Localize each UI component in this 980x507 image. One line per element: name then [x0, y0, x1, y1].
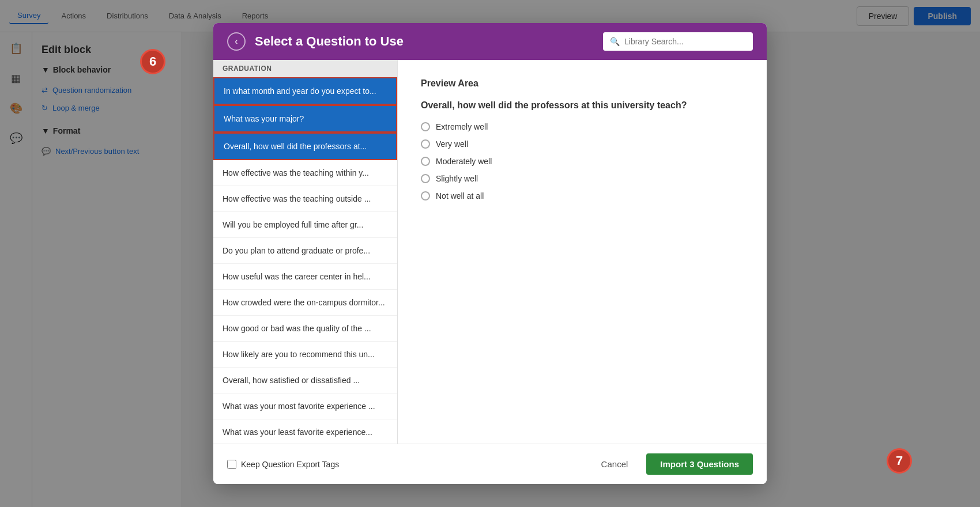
list-item[interactable]: What was your major?	[213, 105, 397, 133]
radio-icon-3	[421, 157, 430, 166]
select-question-modal: ‹ Select a Question to Use 🔍 graduation …	[213, 23, 767, 484]
search-icon: 🔍	[610, 37, 620, 46]
question-list: graduation In what month and year do you…	[213, 60, 398, 444]
list-item[interactable]: How crowded were the on-campus dormitor.…	[213, 290, 397, 316]
modal-header: ‹ Select a Question to Use 🔍	[213, 23, 767, 60]
preview-option-1: Extremely well	[421, 122, 744, 131]
radio-icon-4	[421, 174, 430, 183]
modal-body: graduation In what month and year do you…	[213, 60, 767, 444]
preview-option-2: Very well	[421, 139, 744, 149]
import-questions-button[interactable]: Import 3 Questions	[646, 453, 753, 475]
cancel-button[interactable]: Cancel	[590, 453, 640, 475]
radio-icon-2	[421, 139, 430, 149]
preview-option-5: Not well at all	[421, 191, 744, 200]
preview-option-3: Moderately well	[421, 157, 744, 166]
list-item[interactable]: How effective was the teaching outside .…	[213, 186, 397, 212]
list-item[interactable]: How useful was the career center in hel.…	[213, 264, 397, 290]
list-item[interactable]: Overall, how satisfied or dissatisfied .…	[213, 368, 397, 394]
list-group-header: graduation	[213, 60, 397, 77]
keep-tags-label: Keep Question Export Tags	[241, 460, 339, 469]
list-item[interactable]: What was your least favorite experience.…	[213, 419, 397, 444]
list-item[interactable]: How good or bad was the quality of the .…	[213, 316, 397, 342]
list-item[interactable]: What was your most favorite experience .…	[213, 394, 397, 419]
modal-search-container: 🔍	[603, 32, 753, 51]
list-item[interactable]: Do you plan to attend graduate or profe.…	[213, 238, 397, 264]
modal-title: Select a Question to Use	[255, 34, 594, 49]
list-item[interactable]: How effective was the teaching within y.…	[213, 160, 397, 186]
list-item[interactable]: Overall, how well did the professors at.…	[213, 133, 397, 160]
radio-icon-5	[421, 191, 430, 200]
library-search-input[interactable]	[624, 37, 746, 46]
preview-area: Preview Area Overall, how well did the p…	[398, 60, 767, 444]
badge-7: 7	[887, 448, 912, 474]
preview-option-4: Slightly well	[421, 174, 744, 183]
list-item[interactable]: Will you be employed full time after gr.…	[213, 212, 397, 238]
radio-icon-1	[421, 122, 430, 131]
list-item[interactable]: How likely are you to recommend this un.…	[213, 342, 397, 368]
list-item[interactable]: In what month and year do you expect to.…	[213, 77, 397, 105]
modal-back-button[interactable]: ‹	[227, 32, 246, 51]
preview-question-text: Overall, how well did the professors at …	[421, 100, 744, 111]
preview-area-label: Preview Area	[421, 78, 744, 89]
modal-footer: Keep Question Export Tags Cancel Import …	[213, 444, 767, 484]
badge-6: 6	[140, 49, 165, 74]
keep-tags-container: Keep Question Export Tags	[227, 460, 339, 469]
keep-tags-checkbox[interactable]	[227, 460, 236, 469]
